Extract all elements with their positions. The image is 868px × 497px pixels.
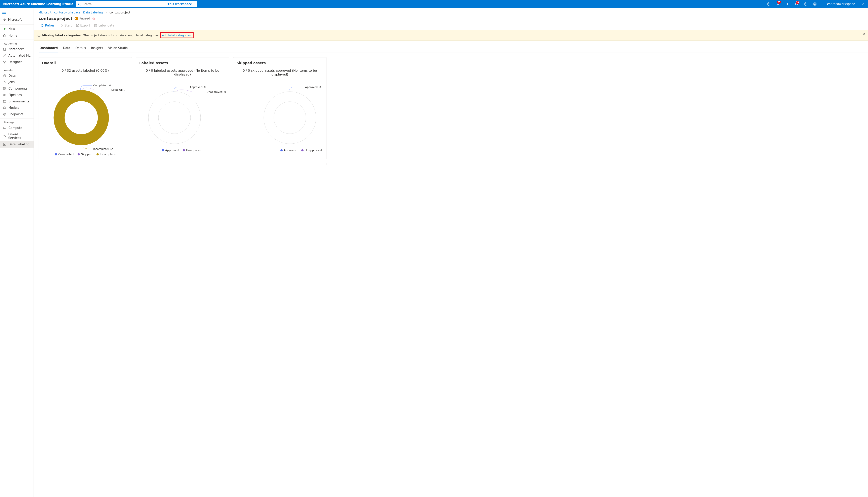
whatsnew-megaphone-icon[interactable]: 14 <box>793 0 800 8</box>
paused-icon <box>74 17 78 20</box>
nav-label: Automated ML <box>9 54 30 57</box>
breadcrumb-link[interactable]: Data Labeling <box>83 11 103 14</box>
label-data-button[interactable]: Label data <box>94 24 114 27</box>
card-overall: Overall 0 / 32 assets labeled (0.00%) Co… <box>39 57 132 159</box>
banner-expand-icon[interactable] <box>863 32 865 36</box>
page-title: contosoproject <box>39 16 72 21</box>
link-icon <box>3 134 6 138</box>
sidebar-item-home[interactable]: Home <box>0 32 33 39</box>
export-button[interactable]: Export <box>76 24 90 27</box>
nav-label: Models <box>9 106 19 110</box>
notifications-badge: 23 <box>777 1 781 4</box>
back-to-directory[interactable]: Microsoft <box>0 16 33 24</box>
flask-icon <box>3 81 6 84</box>
sidebar-item-compute[interactable]: Compute <box>0 125 33 131</box>
tab-dashboard[interactable]: Dashboard <box>39 44 58 53</box>
settings-gear-icon[interactable] <box>784 0 790 8</box>
svg-point-37 <box>39 34 39 35</box>
svg-rect-31 <box>3 127 6 129</box>
sidebar-item-models[interactable]: Models <box>0 104 33 111</box>
legend: Approved Unapproved <box>139 146 226 153</box>
search-icon <box>78 2 81 5</box>
svg-point-27 <box>3 95 4 96</box>
svg-point-19 <box>4 62 5 63</box>
tab-insights[interactable]: Insights <box>91 44 103 52</box>
chevron-down-icon <box>193 3 195 5</box>
recent-icon[interactable] <box>766 0 772 8</box>
feedback-smiley-icon[interactable] <box>812 0 818 8</box>
svg-rect-22 <box>5 87 6 88</box>
hamburger-icon[interactable] <box>0 9 33 16</box>
back-arrow-icon <box>3 18 6 21</box>
sidebar-item-pipelines[interactable]: Pipelines <box>0 92 33 98</box>
plus-icon: ＋ <box>3 27 6 31</box>
refresh-label: Refresh <box>45 24 56 27</box>
svg-point-40 <box>148 91 201 144</box>
endpoints-icon <box>3 113 6 116</box>
workspace-chevron-icon[interactable] <box>859 0 866 8</box>
nav-label: Data <box>9 74 16 77</box>
favorite-star-icon[interactable]: ☆ <box>92 16 95 21</box>
card-subtitle: 0 / 0 skipped assets approved (No items … <box>237 69 323 77</box>
environments-icon <box>3 100 6 103</box>
sidebar-item-endpoints[interactable]: Endpoints <box>0 111 33 117</box>
back-label: Microsoft <box>8 18 22 22</box>
main-content: Microsoft contosoworkspace Data Labeling… <box>34 8 868 497</box>
workspace-switcher[interactable]: contosoworkspace <box>826 2 857 6</box>
labeled-donut-chart: Approved: 0 Unapproved: 0 <box>139 80 226 146</box>
tab-details[interactable]: Details <box>75 44 86 52</box>
sidebar-item-data[interactable]: Data <box>0 72 33 79</box>
legend: Completed Skipped Incomplete <box>42 150 128 157</box>
sidebar-item-new[interactable]: ＋ New <box>0 25 33 32</box>
callout-approved: Approved: 0 <box>190 86 206 88</box>
sidebar-item-data-labeling[interactable]: Data Labeling <box>0 141 33 147</box>
callout-skipped: Skipped: 0 <box>111 88 125 91</box>
breadcrumb-current: contosoproject <box>110 11 130 14</box>
search-input[interactable] <box>82 2 166 6</box>
nav-label: Notebooks <box>9 47 25 51</box>
svg-point-18 <box>5 61 6 62</box>
overall-donut-chart: Completed: 0 Skipped: 0 Incomplete: 32 <box>42 80 128 150</box>
sidebar-item-linked-services[interactable]: Linked Services <box>0 131 33 141</box>
tab-data[interactable]: Data <box>63 44 70 52</box>
svg-line-1 <box>80 5 81 5</box>
notifications-bell-icon[interactable]: 23 <box>775 0 781 8</box>
dashboard-cards: Overall 0 / 32 assets labeled (0.00%) Co… <box>39 57 868 159</box>
sidebar-item-automated-ml[interactable]: Automated ML <box>0 53 33 59</box>
callout-unapproved: Unapproved: 0 <box>207 90 226 94</box>
legend-item: Completed <box>55 153 73 156</box>
search-box[interactable]: This workspace <box>76 1 197 7</box>
add-label-categories-link[interactable]: Add label categories. <box>162 34 192 37</box>
sidebar-item-components[interactable]: Components <box>0 85 33 92</box>
nav-label: Designer <box>9 60 22 64</box>
sidebar-item-environments[interactable]: Environments <box>0 98 33 104</box>
banner-text: The project does not contain enough labe… <box>83 34 160 37</box>
legend-item: Approved <box>162 148 179 152</box>
info-icon <box>37 34 41 37</box>
tab-vision-studio[interactable]: Vision Studio <box>108 44 128 52</box>
label-data-label: Label data <box>98 24 114 27</box>
start-button[interactable]: Start <box>60 24 72 27</box>
sidebar-item-jobs[interactable]: Jobs <box>0 79 33 85</box>
sidebar-item-notebooks[interactable]: Notebooks <box>0 46 33 53</box>
nav-label: Home <box>9 34 17 37</box>
legend-item: Unapproved <box>301 148 322 152</box>
legend: Approved Unapproved <box>237 146 323 153</box>
svg-point-3 <box>787 4 788 5</box>
tabs: Dashboard Data Details Insights Vision S… <box>39 44 868 53</box>
search-scope-dropdown[interactable]: This workspace <box>167 2 195 5</box>
section-authoring: Authoring <box>0 41 33 46</box>
breadcrumb-link[interactable]: Microsoft <box>39 11 52 14</box>
nav-label: Pipelines <box>9 93 22 97</box>
help-icon[interactable] <box>802 0 809 8</box>
refresh-button[interactable]: Refresh <box>41 24 56 27</box>
brand-label: Microsoft Azure Machine Learning Studio <box>3 2 73 6</box>
breadcrumb-link[interactable]: contosoworkspace <box>54 11 80 14</box>
nav-label: Compute <box>9 126 22 130</box>
nav-label: Components <box>9 87 28 90</box>
sidebar-item-designer[interactable]: Designer <box>0 59 33 65</box>
svg-point-25 <box>3 94 4 95</box>
notebook-icon <box>3 47 6 51</box>
compute-icon <box>3 126 6 129</box>
toolbar: Refresh Start Export Label data <box>39 23 868 30</box>
